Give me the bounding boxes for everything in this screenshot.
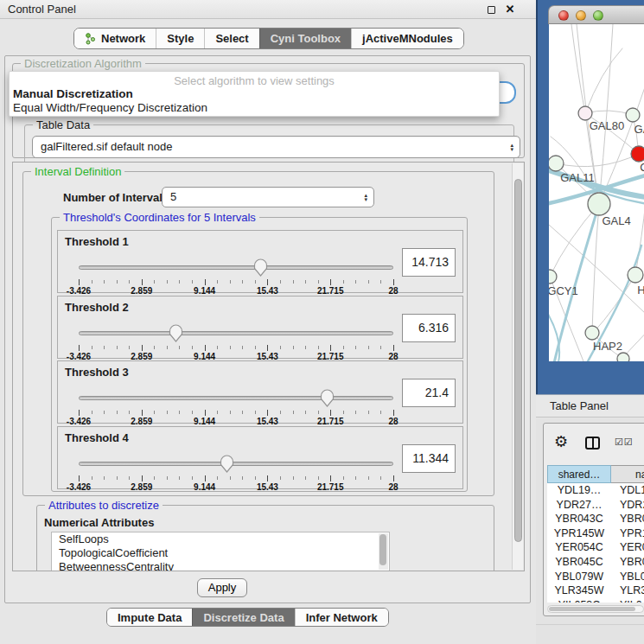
slider-scale-label: 21.715: [317, 286, 344, 296]
cell-name[interactable]: YBR0: [611, 512, 644, 526]
cell-shared-name[interactable]: YER054C: [547, 540, 611, 555]
network-canvas[interactable]: GAL80GACGAL11GAL4GCY1HHAP2: [549, 24, 644, 361]
threshold-slider[interactable]: -3.4262.8599.14415.4321.71528: [79, 258, 393, 293]
cell-name[interactable]: YLR3: [611, 583, 644, 598]
column-header-shared-name[interactable]: shared…: [547, 465, 611, 483]
network-node-hap2[interactable]: [585, 326, 599, 340]
slider-tick: [318, 280, 319, 284]
network-node[interactable]: [617, 353, 629, 361]
zoom-traffic-light-icon[interactable]: [593, 10, 603, 21]
algorithm-option-manual-discretization[interactable]: Manual Discretization: [10, 87, 499, 101]
network-node-c[interactable]: [631, 146, 644, 162]
table-row[interactable]: YPR145WYPR1: [547, 526, 644, 541]
table-horizontal-scrollbar[interactable]: [547, 605, 644, 613]
number-of-intervals-combobox[interactable]: 5 ▴▾: [162, 187, 374, 207]
slider-tick: [330, 410, 331, 416]
tab-cyni-toolbox[interactable]: Cyni Toolbox: [259, 29, 351, 48]
tab-jactivemnodules[interactable]: jActiveMNodules: [351, 29, 463, 48]
cell-shared-name[interactable]: YIL053C: [547, 598, 611, 603]
cell-name[interactable]: YPR1: [611, 526, 644, 541]
table-data-combobox[interactable]: galFiltered.sif default node ▴▾: [32, 136, 520, 158]
settings-vertical-scrollbar[interactable]: [512, 163, 523, 570]
tab-style[interactable]: Style: [156, 29, 204, 48]
cell-shared-name[interactable]: YBR043C: [547, 512, 611, 526]
attributes-scrollbar-thumb[interactable]: [379, 534, 386, 565]
cell-name[interactable]: YIL0: [611, 598, 642, 603]
network-window-titlebar[interactable]: [548, 5, 644, 24]
attributes-group-title: Attributes to discretize: [45, 499, 163, 512]
minimize-traffic-light-icon[interactable]: [576, 10, 586, 21]
numerical-attributes-list[interactable]: SelfLoopsTopologicalCoefficientBetweenne…: [51, 532, 390, 571]
table-row[interactable]: YBL079WYBL0: [547, 570, 644, 584]
cell-shared-name[interactable]: YDR27…: [547, 498, 611, 513]
cell-name[interactable]: YER0: [611, 540, 644, 555]
cell-name[interactable]: YDR2: [611, 498, 644, 513]
slider-thumb[interactable]: [169, 324, 183, 342]
cell-shared-name[interactable]: YLR345W: [547, 583, 611, 598]
attribute-item-selfloops[interactable]: SelfLoops: [52, 532, 389, 546]
slider-tick: [280, 411, 281, 414]
threshold-value-field[interactable]: 14.713: [402, 248, 456, 277]
threshold-slider[interactable]: -3.4262.8599.14415.4321.71528: [79, 455, 393, 489]
slider-thumb[interactable]: [253, 258, 268, 277]
tab-select[interactable]: Select: [204, 29, 258, 48]
slider-track[interactable]: [79, 265, 393, 270]
settings-scrollbar-thumb[interactable]: [514, 179, 522, 542]
slider-scale-label: 2.859: [131, 482, 152, 492]
tab-impute-data[interactable]: Impute Data: [107, 609, 192, 626]
table-row[interactable]: YIL053CYIL0: [547, 598, 644, 603]
slider-tick: [368, 411, 369, 414]
threshold-slider[interactable]: -3.4262.8599.14415.4321.71528: [79, 324, 393, 359]
table-hscrollbar-thumb[interactable]: [549, 607, 635, 611]
tab-discretize-data[interactable]: Discretize Data: [192, 609, 294, 626]
column-layout-icon[interactable]: [585, 437, 600, 450]
slider-tick: [167, 346, 168, 349]
close-traffic-light-icon[interactable]: [558, 10, 569, 21]
slider-thumb[interactable]: [220, 455, 234, 473]
threshold-value-field[interactable]: 6.316: [402, 314, 456, 342]
cell-name[interactable]: YBL0: [611, 570, 644, 584]
threshold-value-field[interactable]: 11.344: [402, 444, 456, 473]
attribute-item-betweennesscentrality[interactable]: BetweennessCentrality: [52, 560, 389, 571]
table-row[interactable]: YBR043CYBR0: [547, 512, 644, 526]
attribute-item-topologicalcoefficient[interactable]: TopologicalCoefficient: [52, 546, 389, 560]
slider-tick: [343, 346, 344, 349]
table-row[interactable]: YLR345WYLR3: [547, 583, 644, 598]
threshold-coordinates-group: Threshold's Coordinates for 5 Intervals …: [51, 217, 468, 492]
cell-name[interactable]: YBR0: [611, 555, 644, 570]
slider-track[interactable]: [79, 396, 393, 400]
tab-infer-network[interactable]: Infer Network: [295, 609, 388, 626]
algorithm-option-equal-width-frequency-discretization[interactable]: Equal Width/Frequency Discretization: [10, 101, 499, 115]
threshold-label: Threshold 1: [65, 235, 129, 248]
network-node-gal4[interactable]: [588, 193, 610, 215]
cell-shared-name[interactable]: YBL079W: [547, 570, 611, 584]
network-node-ga[interactable]: [626, 108, 640, 122]
network-node-h[interactable]: [628, 267, 643, 283]
cell-shared-name[interactable]: YBR045C: [547, 555, 611, 570]
network-node-gcy1[interactable]: [549, 270, 557, 284]
table-row[interactable]: YDL19…YDL1: [547, 483, 644, 498]
network-node-gal11[interactable]: [549, 156, 564, 171]
threshold-slider[interactable]: -3.4262.8599.14415.4321.71528: [79, 389, 393, 424]
cell-name[interactable]: YDL1: [611, 483, 644, 498]
float-window-button[interactable]: [482, 0, 500, 19]
slider-tick: [280, 280, 281, 284]
table-row[interactable]: YDR27…YDR2: [547, 498, 644, 513]
tab-network[interactable]: Network: [74, 29, 156, 48]
threshold-value-field[interactable]: 21.4: [402, 379, 456, 407]
column-header-name[interactable]: name: [611, 465, 644, 483]
network-icon: [85, 33, 96, 45]
table-row[interactable]: YBR045CYBR0: [547, 555, 644, 570]
apply-button[interactable]: Apply: [197, 578, 247, 597]
close-window-button[interactable]: ✕: [501, 0, 519, 19]
attributes-list-scrollbar[interactable]: [379, 533, 388, 570]
slider-thumb[interactable]: [320, 389, 335, 407]
cell-shared-name[interactable]: YDL19…: [547, 483, 611, 498]
cell-shared-name[interactable]: YPR145W: [547, 526, 611, 541]
checkbox-filter-icons[interactable]: ☑☑: [615, 437, 634, 448]
slider-track[interactable]: [79, 462, 393, 466]
slider-track[interactable]: [79, 331, 393, 335]
table-row[interactable]: YER054CYER0: [547, 540, 644, 555]
network-node-gal80[interactable]: [578, 106, 592, 120]
gear-icon[interactable]: ⚙: [554, 433, 568, 450]
